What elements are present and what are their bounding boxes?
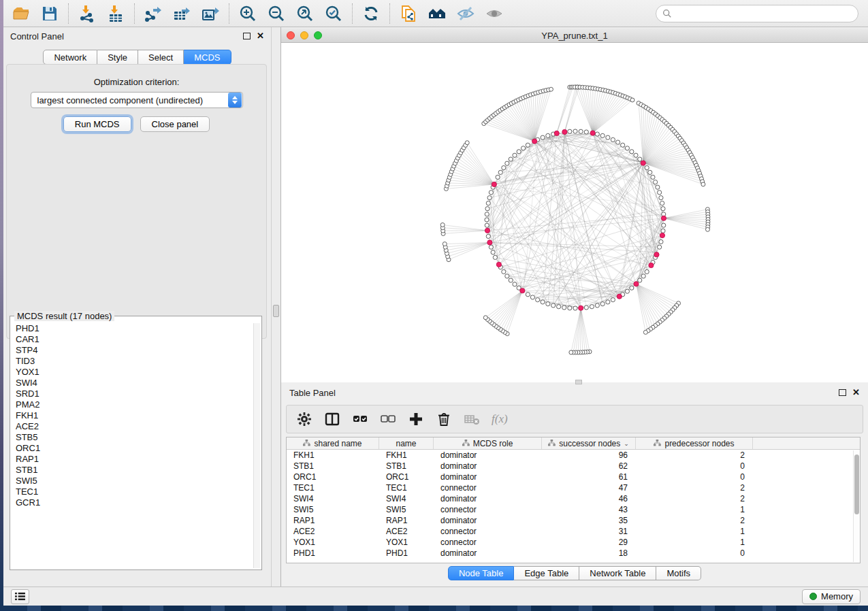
mcds-result-item[interactable]: PMA2 [12,399,253,410]
mcds-result-item[interactable]: CAR1 [12,334,253,345]
mcds-result-item[interactable]: TID3 [12,356,253,367]
network-node[interactable] [489,245,493,249]
network-node[interactable] [546,133,550,137]
network-leaf-node[interactable] [705,227,709,231]
delete-column-icon[interactable] [436,411,452,427]
network-node[interactable] [595,303,599,308]
tab-select[interactable]: Select [138,50,184,65]
network-node[interactable] [505,161,509,165]
gear-icon[interactable] [296,411,312,427]
network-node[interactable] [625,146,629,150]
network-node[interactable] [634,153,638,157]
zoom-fit-icon[interactable] [295,4,315,23]
network-node[interactable] [562,306,566,310]
network-hub-node[interactable] [590,131,595,135]
table-row[interactable]: FKH1FKH1dominator962 [287,450,860,461]
network-node[interactable] [513,282,517,286]
zoom-selected-icon[interactable] [324,4,343,23]
network-node[interactable] [551,303,556,308]
network-node[interactable] [568,129,572,133]
vertical-splitter[interactable] [271,27,281,587]
table-row[interactable]: PHD1PHD1dominator180 [287,548,860,559]
mcds-result-item[interactable]: YOX1 [12,367,253,378]
network-node[interactable] [491,250,495,254]
network-hub-node[interactable] [641,161,645,165]
network-hub-node[interactable] [496,262,501,267]
search-input[interactable] [676,8,852,18]
network-node[interactable] [557,305,561,309]
mcds-result-list[interactable]: PHD1CAR1STP4TID3YOX1SWI4SRD1PMA2FKH1ACE2… [12,323,253,568]
network-node[interactable] [651,175,655,179]
network-hub-node[interactable] [554,131,559,135]
table-row[interactable]: ORC1ORC1dominator610 [287,472,860,482]
network-node[interactable] [485,207,489,211]
table-row[interactable]: STB1STB1dominator620 [287,461,860,472]
network-hub-node[interactable] [634,282,639,286]
horizontal-splitter-grip[interactable] [575,380,582,384]
tab-style[interactable]: Style [97,50,138,65]
mcds-result-item[interactable]: STP4 [12,345,253,356]
network-node[interactable] [568,306,572,310]
network-node[interactable] [656,185,660,189]
mcds-result-item[interactable]: STB1 [12,465,253,476]
close-panel-button[interactable]: Close panel [140,116,210,132]
memory-button[interactable]: Memory [802,589,861,604]
network-node[interactable] [541,135,545,139]
network-node[interactable] [502,165,506,169]
network-window-titlebar[interactable]: YPA_prune.txt_1 [281,29,868,43]
mcds-result-item[interactable]: SRD1 [12,389,253,399]
open-file-icon[interactable] [12,4,31,23]
column-header-predecessor-nodes[interactable]: predecessor nodes [636,437,753,449]
network-node[interactable] [630,150,634,154]
network-node[interactable] [584,306,588,310]
tab-edge-table[interactable]: Edge Table [514,566,579,580]
mcds-result-item[interactable]: GCR1 [12,497,253,508]
network-node[interactable] [536,298,540,302]
mcds-result-item[interactable]: TEC1 [12,486,253,497]
copy-network-icon[interactable] [399,4,418,23]
mcds-result-item[interactable]: ACE2 [12,421,253,432]
delete-table-icon[interactable] [464,411,480,427]
network-node[interactable] [658,191,662,195]
column-header-successor-nodes[interactable]: successor nodes⌄ [542,437,636,449]
close-table-panel-icon[interactable]: ✕ [852,389,860,396]
network-hub-node[interactable] [487,240,492,245]
network-node[interactable] [541,300,545,304]
column-mode-icon[interactable] [324,411,340,427]
zoom-in-icon[interactable] [238,4,257,23]
network-node[interactable] [621,143,625,147]
export-network-icon[interactable] [144,4,163,23]
network-node[interactable] [584,130,588,134]
network-node[interactable] [493,255,497,259]
network-node[interactable] [485,218,489,222]
import-network-icon[interactable] [78,4,97,23]
hide-selected-icon[interactable] [456,4,475,23]
network-node[interactable] [600,133,605,137]
network-node[interactable] [606,135,610,139]
run-mcds-button[interactable]: Run MCDS [63,116,131,132]
network-node[interactable] [658,245,662,249]
network-hub-node[interactable] [562,129,567,134]
network-node[interactable] [546,302,550,306]
network-node[interactable] [498,170,502,174]
network-node[interactable] [630,286,634,290]
show-all-icon[interactable] [485,4,504,23]
mcds-result-item[interactable]: RAP1 [12,454,253,465]
table-row[interactable]: TEC1TEC1connector472 [287,482,860,493]
network-node[interactable] [502,269,506,274]
network-node[interactable] [526,143,530,147]
select-all-icon[interactable] [352,411,368,427]
network-leaf-node[interactable] [440,222,445,227]
network-leaf-node[interactable] [643,330,647,334]
network-node[interactable] [509,278,513,282]
network-node[interactable] [659,196,663,200]
float-panel-icon[interactable] [243,33,251,39]
network-leaf-node[interactable] [465,141,469,145]
splitter-grip[interactable] [273,305,279,317]
network-hub-node[interactable] [520,288,525,293]
network-node[interactable] [486,234,490,238]
mcds-result-item[interactable]: ORC1 [12,443,253,454]
network-leaf-node[interactable] [630,98,634,102]
zoom-out-icon[interactable] [267,4,286,23]
table-row[interactable]: SWI4SWI4dominator462 [287,493,860,504]
